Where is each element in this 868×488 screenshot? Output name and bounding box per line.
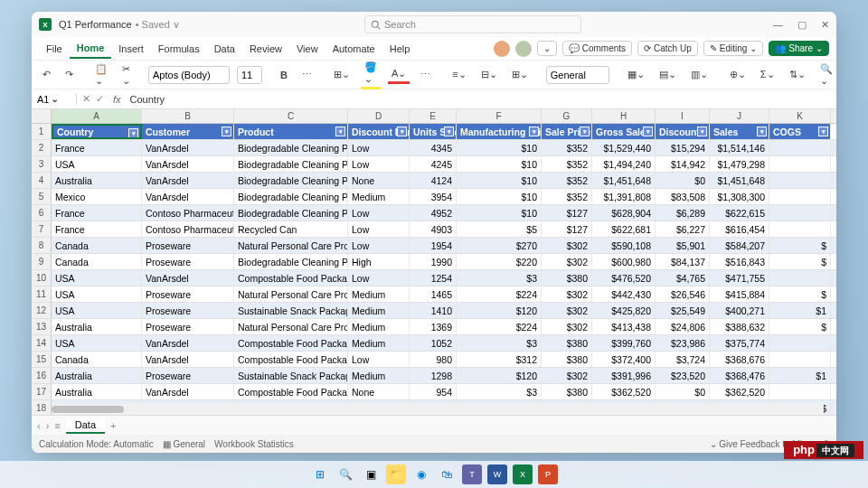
filter-dropdown-icon[interactable]: ▾ [397, 127, 407, 136]
cell[interactable]: $590,108 [592, 238, 656, 253]
cell[interactable]: $0 [656, 384, 710, 399]
cell[interactable]: $380 [542, 384, 592, 399]
cell[interactable]: Proseware [142, 368, 234, 383]
cell[interactable]: $270 [457, 238, 542, 253]
cell[interactable]: 4903 [410, 221, 457, 237]
col-header[interactable]: A [52, 109, 142, 123]
row-header[interactable]: 18 [32, 400, 52, 415]
cell[interactable]: Australia [52, 368, 142, 383]
font-color-button[interactable]: A⌄ [388, 66, 410, 84]
cell[interactable]: $127 [542, 221, 592, 237]
add-sheet-icon[interactable]: + [110, 420, 116, 431]
col-header[interactable]: J [710, 109, 769, 123]
cell[interactable]: $84,137 [656, 254, 710, 269]
cell[interactable]: 1954 [410, 238, 457, 253]
cell[interactable]: $368,676 [710, 352, 769, 367]
filter-dropdown-icon[interactable]: ▾ [444, 127, 454, 136]
menu-data[interactable]: Data [207, 40, 242, 58]
menu-automate[interactable]: Automate [326, 40, 382, 58]
more-button[interactable]: ⋯ [417, 67, 434, 82]
sheet-list-icon[interactable]: ≡ [54, 420, 60, 431]
cell[interactable]: $83,508 [656, 189, 710, 204]
cell[interactable]: $1,514,146 [710, 140, 769, 155]
cell[interactable]: Low [348, 352, 410, 367]
cell[interactable]: $362,520 [710, 384, 769, 399]
autosum-button[interactable]: Σ⌄ [757, 67, 778, 82]
cell[interactable]: USA [52, 270, 142, 286]
redo-button[interactable]: ↷ [61, 67, 77, 82]
cell[interactable]: $391,996 [592, 368, 656, 383]
cell[interactable]: $352 [542, 140, 592, 155]
filter-dropdown-icon[interactable]: ▾ [580, 127, 590, 136]
cell[interactable]: $368,476 [710, 368, 769, 383]
cell[interactable]: 1465 [410, 286, 457, 302]
explorer-icon[interactable]: 📁 [386, 465, 406, 484]
table-header-cell[interactable]: Country▾ [52, 124, 142, 139]
row-header[interactable]: 1 [32, 124, 52, 139]
row-header[interactable]: 2 [32, 140, 52, 155]
presence-button[interactable]: ⌄ [537, 41, 557, 56]
cell[interactable] [769, 221, 831, 237]
avatar[interactable] [515, 41, 532, 57]
cell-styles-button[interactable]: ▥⌄ [687, 67, 712, 82]
search-box[interactable]: Search [364, 15, 581, 33]
cell[interactable]: VanArsdel [142, 156, 234, 172]
cell[interactable]: $1,308,300 [710, 189, 769, 204]
menu-help[interactable]: Help [382, 40, 418, 58]
row-header[interactable]: 11 [32, 286, 52, 302]
col-header[interactable]: H [592, 109, 656, 123]
table-header-cell[interactable]: Units Sold▾ [410, 124, 457, 139]
cell[interactable]: Natural Personal Care Products [234, 319, 348, 334]
row-header[interactable]: 13 [32, 319, 52, 334]
table-header-cell[interactable]: Product▾ [234, 124, 348, 139]
cell[interactable]: 1052 [410, 335, 457, 351]
conditional-format-button[interactable]: ▦⌄ [624, 67, 648, 82]
row-header[interactable]: 4 [32, 173, 52, 188]
cell[interactable]: $127 [542, 205, 592, 221]
menu-insert[interactable]: Insert [111, 40, 151, 58]
powerpoint-icon[interactable]: P [538, 465, 558, 484]
cell[interactable]: USA [52, 335, 142, 351]
table-header-cell[interactable]: COGS▾ [769, 124, 831, 139]
row-header[interactable]: 8 [32, 238, 52, 253]
cell[interactable]: 4345 [410, 140, 457, 155]
cell[interactable]: 1369 [410, 319, 457, 334]
menu-view[interactable]: View [289, 40, 326, 58]
row-header[interactable]: 14 [32, 335, 52, 351]
share-button[interactable]: 👥 Share ⌄ [769, 41, 829, 56]
col-header[interactable]: C [234, 109, 348, 123]
cell[interactable]: Natural Personal Care Products [234, 286, 348, 302]
cell[interactable]: $375,774 [710, 335, 769, 351]
cell[interactable]: $ [769, 286, 831, 302]
row-header[interactable]: 6 [32, 205, 52, 221]
cell[interactable]: $ [769, 319, 831, 334]
cell[interactable]: VanArsdel [142, 140, 234, 155]
cell[interactable]: France [52, 205, 142, 221]
number-format-select[interactable] [546, 66, 609, 84]
cell[interactable]: $0 [656, 173, 710, 188]
find-button[interactable]: 🔍⌄ [816, 61, 836, 89]
cell[interactable]: $10 [457, 140, 542, 155]
cell[interactable]: $1 [769, 303, 831, 318]
enter-formula-icon[interactable]: ✓ [96, 93, 104, 105]
cell[interactable]: USA [52, 303, 142, 318]
cell[interactable]: 1254 [410, 270, 457, 286]
cell[interactable] [769, 140, 831, 155]
cell[interactable]: Canada [52, 254, 142, 269]
editing-button[interactable]: ✎ Editing ⌄ [703, 41, 764, 56]
paste-button[interactable]: 📋⌄ [91, 61, 111, 89]
cell[interactable] [769, 173, 831, 188]
cell[interactable]: Proseware [142, 238, 234, 253]
cell[interactable]: $622,681 [592, 221, 656, 237]
cell[interactable] [769, 335, 831, 351]
cell[interactable]: $6,227 [656, 221, 710, 237]
row-header[interactable]: 12 [32, 303, 52, 318]
sort-button[interactable]: ⇅⌄ [786, 67, 809, 82]
row-header[interactable]: 17 [32, 384, 52, 399]
insert-cells-button[interactable]: ⊕⌄ [726, 67, 750, 82]
cell[interactable]: Biodegradable Cleaning Products [234, 140, 348, 155]
cell[interactable]: Australia [52, 319, 142, 334]
cell[interactable]: VanArsdel [142, 270, 234, 286]
cell[interactable]: $1 [769, 368, 831, 383]
filter-dropdown-icon[interactable]: ▾ [222, 127, 231, 136]
